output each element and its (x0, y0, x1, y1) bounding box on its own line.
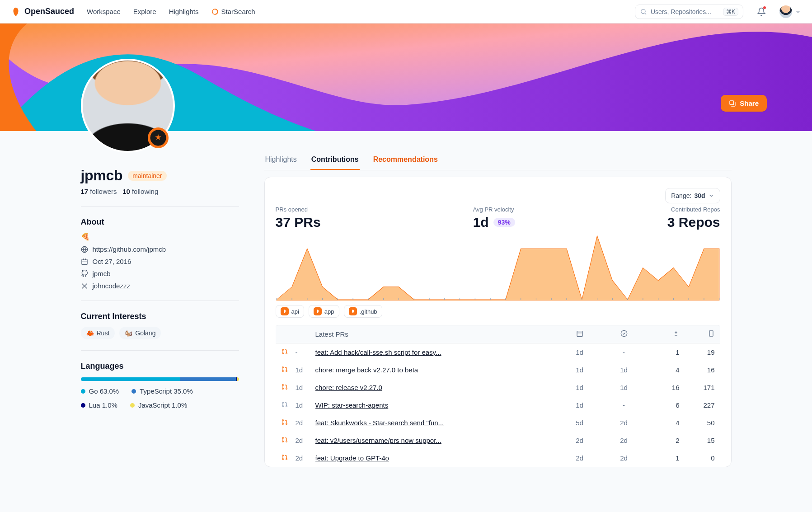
file-icon (708, 330, 715, 337)
range-selector[interactable]: Range: 30d (665, 188, 720, 203)
pull-request-icon (281, 436, 288, 443)
interest-label: Golang (135, 329, 155, 337)
svg-rect-4 (730, 101, 734, 105)
pull-request-icon (281, 383, 288, 390)
row-lines: 171 (683, 384, 715, 391)
pull-request-icon (281, 454, 288, 461)
range-prefix: Range: (671, 192, 691, 199)
repo-chip[interactable]: .github (344, 305, 382, 318)
table-row[interactable]: 1dchore: release v2.27.01d1d16171 (276, 379, 720, 396)
share-button[interactable]: Share (721, 95, 767, 112)
globe-icon (81, 246, 88, 253)
languages-heading: Languages (81, 362, 239, 371)
row-lines: 15 (683, 437, 715, 444)
dot-icon (81, 389, 85, 394)
brand[interactable]: OpenSauced (11, 7, 74, 17)
row-title[interactable]: WIP: star-search-agents (315, 401, 556, 409)
row-title[interactable]: feat: Skunkworks - Star-search send "fun… (315, 419, 556, 427)
col-merged (604, 330, 644, 338)
svg-point-40 (282, 441, 283, 442)
about-twitter-text: johncodezzz (93, 282, 130, 290)
search-input[interactable]: Users, Repositories... ⌘K (635, 5, 743, 19)
table-row[interactable]: 2dfeat: Upgrade to GPT-4o2d2d10 (276, 449, 720, 467)
row-files: 4 (648, 366, 680, 374)
nav-link-explore[interactable]: Explore (133, 8, 156, 15)
table-row[interactable]: 1dchore: merge back v2.27.0 to beta1d1d4… (276, 361, 720, 379)
row-lines: 50 (683, 419, 715, 427)
row-age: - (296, 348, 312, 356)
row-title[interactable]: chore: merge back v2.27.0 to beta (315, 366, 556, 374)
plus-minus-icon (672, 330, 680, 337)
about-website[interactable]: https://github.com/jpmcb (81, 245, 239, 253)
notifications-button[interactable] (756, 6, 767, 17)
svg-point-22 (286, 353, 287, 354)
row-date: 1d (559, 384, 600, 391)
interest-label: Rust (97, 329, 110, 337)
table-row[interactable]: 1dWIP: star-search-agents1d-6227 (276, 396, 720, 414)
interest-pill[interactable]: 🦀Rust (81, 327, 115, 339)
svg-rect-7 (82, 259, 87, 264)
nav-link-starsearch-label: StarSearch (221, 8, 255, 15)
svg-point-36 (282, 423, 283, 425)
interest-pill[interactable]: 🐿️Golang (119, 327, 161, 339)
language-legend-label: Lua 1.0% (89, 401, 117, 409)
about-twitter[interactable]: johncodezzz (81, 282, 239, 290)
row-title[interactable]: feat: v2/users/username/prs now suppor..… (315, 437, 556, 444)
row-age: 2d (296, 437, 312, 444)
nav-link-highlights[interactable]: Highlights (169, 8, 199, 15)
svg-point-31 (282, 402, 283, 404)
row-files: 4 (648, 419, 680, 427)
profile-sidebar: jpmcb maintainer 17 followers 10 followi… (81, 131, 239, 467)
row-merged: - (604, 401, 644, 409)
row-files: 1 (648, 454, 680, 462)
about-github[interactable]: jpmcb (81, 270, 239, 277)
range-value: 30d (694, 192, 705, 199)
chevron-down-icon (708, 193, 714, 199)
about-pizza: 🍕 (81, 232, 239, 241)
row-title[interactable]: chore: release v2.27.0 (315, 384, 556, 391)
tab-bar: HighlightsContributionsRecommendations (264, 155, 732, 170)
brand-text: OpenSauced (24, 7, 74, 16)
role-badge: maintainer (128, 171, 166, 181)
chevron-down-icon (795, 9, 801, 15)
row-files: 1 (648, 348, 680, 356)
svg-point-32 (282, 406, 283, 407)
svg-point-20 (282, 353, 283, 354)
svg-point-23 (282, 367, 283, 368)
nav-link-starsearch[interactable]: StarSearch (211, 8, 255, 15)
table-row[interactable]: 2dfeat: v2/users/username/prs now suppor… (276, 432, 720, 449)
tab-recommendations[interactable]: Recommendations (372, 155, 439, 170)
svg-point-26 (286, 371, 287, 372)
follow-stats: 17 followers 10 following (81, 188, 239, 195)
followers-label: followers (90, 188, 117, 195)
profile-badge-icon (148, 127, 169, 148)
row-merged: 1d (604, 384, 644, 391)
tab-contributions[interactable]: Contributions (310, 155, 360, 170)
user-menu[interactable] (779, 5, 801, 18)
language-legend-label: TypeScript 35.0% (140, 387, 193, 395)
row-age: 1d (296, 401, 312, 409)
row-type (281, 436, 292, 445)
pull-request-icon (281, 366, 288, 373)
row-date: 1d (559, 366, 600, 374)
table-row[interactable]: -feat: Add hack/call-sse.sh script for e… (276, 343, 720, 361)
github-icon (81, 270, 88, 277)
repo-chip[interactable]: api (276, 305, 304, 318)
interest-emoji-icon: 🦀 (86, 329, 94, 337)
language-legend-item: Go 63.0% (81, 387, 119, 395)
nav-link-workspace[interactable]: Workspace (87, 8, 121, 15)
tab-highlights[interactable]: Highlights (264, 155, 298, 170)
calendar-icon (576, 330, 583, 337)
stat-repos: Contributed Repos 3 Repos (667, 206, 720, 230)
table-row[interactable]: 2dfeat: Skunkworks - Star-search send "f… (276, 414, 720, 432)
svg-point-19 (282, 349, 283, 351)
language-legend-label: JavaScript 1.0% (138, 401, 187, 409)
row-merged: 2d (604, 419, 644, 427)
row-title[interactable]: feat: Add hack/call-sse.sh script for ea… (315, 348, 556, 356)
table-header: Latest PRs (276, 325, 720, 343)
repo-chip-label: api (291, 308, 299, 315)
row-date: 2d (559, 437, 600, 444)
svg-point-42 (286, 441, 287, 442)
row-title[interactable]: feat: Upgrade to GPT-4o (315, 454, 556, 462)
repo-chip[interactable]: app (309, 305, 339, 318)
